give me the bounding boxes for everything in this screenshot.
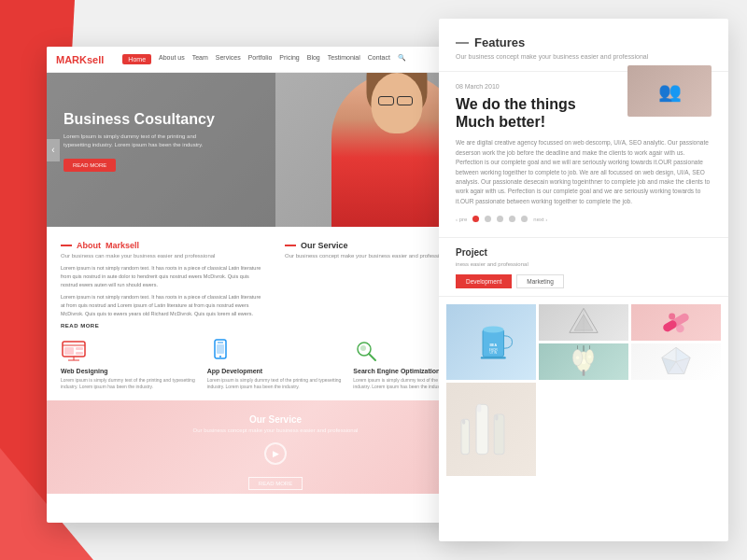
nav-items: Home About us Team Services Portfolio Pr…	[122, 54, 406, 64]
hero-title: Business Cosultancy	[63, 110, 215, 128]
svg-point-8	[219, 356, 221, 357]
portfolio-grid: BEA EHOR UTIN	[439, 297, 728, 483]
cta-section: Our Service Our business concept make yo…	[47, 400, 504, 494]
hero-text: Business Cosultancy Lorem Ipsum is simpl…	[63, 110, 215, 172]
svg-rect-16	[481, 357, 506, 358]
svg-rect-48	[462, 419, 465, 424]
portfolio-item-pills[interactable]	[631, 304, 721, 341]
project-section: Project iness easier and professional De…	[439, 237, 728, 297]
nav-home[interactable]: Home	[122, 54, 151, 64]
tab-development[interactable]: Development	[456, 274, 512, 288]
features-subtitle: Our business concept make your business …	[456, 53, 712, 60]
service-web-design: Web Designing Lorem ipsum is simply dumm…	[61, 338, 198, 391]
blog-dot-5[interactable]	[521, 216, 528, 222]
blog-dot-1[interactable]	[472, 216, 479, 222]
hero-subtitle: Lorem Ipsum is simply dummy text of the …	[63, 133, 213, 149]
svg-line-12	[369, 354, 375, 360]
bottles-svg	[446, 383, 536, 476]
woman-glasses	[378, 96, 416, 105]
project-tabs: Development Marketing	[456, 274, 712, 288]
svg-rect-44	[477, 404, 481, 413]
blog-nav: ‹ pre next ›	[456, 216, 712, 222]
svg-text:BEA: BEA	[489, 343, 497, 347]
svg-rect-2	[64, 347, 74, 355]
seo-icon	[353, 338, 379, 364]
nav-portfolio[interactable]: Portfolio	[248, 54, 273, 64]
svg-point-13	[360, 345, 366, 351]
blog-dot-4[interactable]	[509, 216, 515, 222]
logo-mark: MARK	[56, 54, 87, 65]
portfolio-item-gem[interactable]	[631, 343, 721, 380]
svg-text:UTIN: UTIN	[490, 351, 498, 355]
glass-right	[397, 96, 413, 105]
svg-rect-46	[495, 414, 498, 420]
svg-rect-4	[76, 352, 83, 355]
about-body2: Lorem ipsum is not simply random text. I…	[61, 293, 266, 317]
about-col: About Marksell Our business can make you…	[61, 241, 266, 329]
people-photo: 👥	[627, 65, 712, 117]
site-hero: Business Cosultancy Lorem Ipsum is simpl…	[47, 73, 504, 227]
portfolio-item-lamps[interactable]	[539, 343, 628, 380]
nav-blog[interactable]: Blog	[307, 54, 320, 64]
about-subtitle: Our business can make your business easi…	[61, 253, 266, 259]
hero-read-more-button[interactable]: READ MORE	[63, 159, 116, 172]
svg-point-25	[676, 325, 684, 333]
coffee-cup-svg: BEA EHOR UTIN	[446, 304, 536, 380]
people-icon: 👥	[658, 80, 682, 103]
features-section: Features Our business concept make your …	[439, 19, 728, 72]
project-title: Project	[456, 247, 712, 258]
cta-subtitle: Our business concept make your business …	[61, 427, 490, 433]
blog-dot-3[interactable]	[497, 216, 503, 222]
about-body1: Lorem ipsum is not simply random text. I…	[61, 264, 266, 288]
app-dev-desc: Lorem ipsum is simply dummy text of the …	[207, 377, 345, 391]
portfolio-item-coffee[interactable]: BEA EHOR UTIN	[446, 304, 536, 380]
tab-marketing[interactable]: Marketing	[516, 274, 564, 288]
nav-pricing[interactable]: Pricing	[279, 54, 299, 64]
blog-dot-2[interactable]	[485, 216, 491, 222]
blog-nav-next-label: next ›	[533, 217, 547, 222]
gem-svg	[631, 343, 721, 380]
svg-rect-47	[461, 419, 470, 454]
lamps-svg	[539, 343, 628, 380]
app-dev-icon	[207, 338, 233, 364]
site-nav: MARKsell Home About us Team Services Por…	[47, 47, 504, 73]
service-title: Our Service	[301, 241, 348, 250]
svg-point-33	[576, 357, 579, 359]
hero-prev-button[interactable]: ‹	[47, 139, 60, 161]
nav-services[interactable]: Services	[216, 54, 241, 64]
nav-about[interactable]: About us	[159, 54, 185, 64]
about-title-accent: Marksell	[106, 241, 139, 250]
logo-accent: sell	[87, 54, 104, 65]
svg-rect-3	[76, 347, 83, 350]
nav-team[interactable]: Team	[192, 54, 208, 64]
about-title-prefix: About	[77, 241, 101, 250]
nav-testimonial[interactable]: Testimonial	[328, 54, 360, 64]
web-design-icon	[61, 338, 87, 364]
svg-rect-10	[217, 344, 224, 354]
blog-nav-prev-label: ‹ pre	[456, 217, 467, 222]
glass-left	[378, 96, 394, 105]
portfolio-item-geometric[interactable]	[539, 304, 628, 341]
cta-read-more-button[interactable]: READ MORE	[248, 477, 303, 490]
features-title: Features	[474, 35, 525, 49]
svg-point-36	[588, 356, 591, 358]
svg-rect-29	[583, 370, 585, 376]
web-design-name: Web Designing	[61, 368, 198, 374]
about-label: About Marksell	[61, 241, 266, 250]
portfolio-item-bottles[interactable]	[446, 383, 536, 476]
about-dash	[61, 245, 72, 246]
svg-point-26	[669, 314, 675, 320]
service-dash	[285, 245, 296, 246]
cta-title: Our Service	[61, 414, 490, 425]
about-title: About Marksell	[77, 241, 139, 250]
svg-rect-45	[494, 414, 504, 455]
project-subtitle: iness easier and professional	[456, 261, 712, 267]
service-app-dev: App Development Lorem ipsum is simply du…	[207, 338, 345, 391]
app-dev-name: App Development	[207, 368, 345, 374]
search-icon[interactable]: 🔍	[398, 54, 406, 64]
cta-play-button[interactable]: ▶	[264, 442, 287, 465]
nav-contact[interactable]: Contact	[368, 54, 390, 64]
services-row: Web Designing Lorem ipsum is simply dumm…	[47, 338, 504, 400]
about-read-more[interactable]: READ MORE	[61, 323, 266, 329]
blog-body: We are digital creative agency focussed …	[456, 138, 712, 206]
